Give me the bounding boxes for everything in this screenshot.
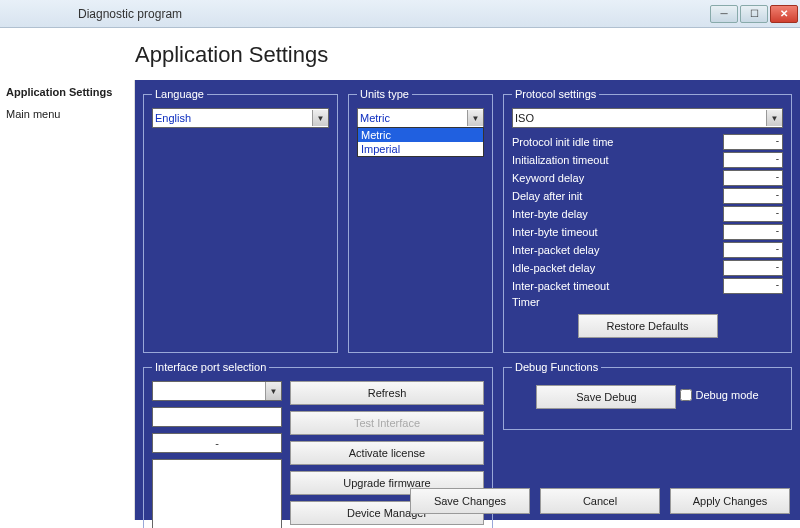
protocol-row: Protocol init idle time-	[512, 134, 783, 150]
minimize-button[interactable]: ─	[710, 5, 738, 23]
units-value: Metric	[360, 112, 390, 124]
bottom-buttons: Save Changes Cancel Apply Changes	[410, 488, 790, 514]
protocol-row-label: Inter-packet delay	[512, 244, 723, 256]
restore-defaults-button[interactable]: Restore Defaults	[578, 314, 718, 338]
protocol-row-label: Keyword delay	[512, 172, 723, 184]
port-select[interactable]: ▼	[152, 381, 282, 401]
protocol-row-label: Protocol init idle time	[512, 136, 723, 148]
debug-mode-checkbox[interactable]: Debug mode	[680, 389, 759, 401]
units-dropdown-list: Metric Imperial	[357, 127, 484, 157]
activate-license-button[interactable]: Activate license	[290, 441, 484, 465]
units-option-metric[interactable]: Metric	[358, 128, 483, 142]
protocol-row: Initialization timeout-	[512, 152, 783, 168]
protocol-row-value[interactable]: -	[723, 224, 783, 240]
protocol-row-value[interactable]: -	[723, 134, 783, 150]
cancel-button[interactable]: Cancel	[540, 488, 660, 514]
sidebar: Application Settings Main menu	[0, 80, 135, 520]
protocol-fieldset: Protocol settings ISO ▼ Protocol init id…	[503, 88, 792, 353]
protocol-row: Delay after init-	[512, 188, 783, 204]
protocol-row-value[interactable]: -	[723, 242, 783, 258]
sidebar-item-main-menu[interactable]: Main menu	[6, 106, 128, 122]
debug-mode-input[interactable]	[680, 389, 692, 401]
chevron-down-icon: ▼	[467, 110, 483, 126]
maximize-button[interactable]: ☐	[740, 5, 768, 23]
protocol-row-label: Idle-packet delay	[512, 262, 723, 274]
protocol-row-value[interactable]: -	[723, 188, 783, 204]
units-option-imperial[interactable]: Imperial	[358, 142, 483, 156]
protocol-row-value[interactable]: -	[723, 260, 783, 276]
protocol-row-label: Delay after init	[512, 190, 723, 202]
interface-legend: Interface port selection	[152, 361, 269, 373]
protocol-rows: Protocol init idle time-Initialization t…	[512, 134, 783, 308]
language-legend: Language	[152, 88, 207, 100]
refresh-button[interactable]: Refresh	[290, 381, 484, 405]
apply-changes-button[interactable]: Apply Changes	[670, 488, 790, 514]
protocol-legend: Protocol settings	[512, 88, 599, 100]
chevron-down-icon: ▼	[766, 110, 782, 126]
protocol-row: Idle-packet delay-	[512, 260, 783, 276]
language-select[interactable]: English ▼	[152, 108, 329, 128]
protocol-row-value[interactable]: -	[723, 278, 783, 294]
protocol-value: ISO	[515, 112, 534, 124]
protocol-row: Keyword delay-	[512, 170, 783, 186]
interface-field-2[interactable]	[152, 407, 282, 427]
protocol-row-label: Initialization timeout	[512, 154, 723, 166]
protocol-row: Inter-packet timeout-	[512, 278, 783, 294]
window-title: Diagnostic program	[8, 7, 182, 21]
protocol-row: Inter-packet delay-	[512, 242, 783, 258]
protocol-row: Inter-byte delay-	[512, 206, 783, 222]
debug-legend: Debug Functions	[512, 361, 601, 373]
test-interface-button[interactable]: Test Interface	[290, 411, 484, 435]
protocol-row-label: Inter-byte timeout	[512, 226, 723, 238]
chevron-down-icon: ▼	[265, 382, 281, 400]
save-debug-button[interactable]: Save Debug	[536, 385, 676, 409]
interface-field-3[interactable]: -	[152, 433, 282, 453]
protocol-row-label: Timer	[512, 296, 783, 308]
close-button[interactable]: ✕	[770, 5, 798, 23]
interface-listbox[interactable]	[152, 459, 282, 528]
protocol-row-label: Inter-byte delay	[512, 208, 723, 220]
units-fieldset: Units type Metric ▼ Metric Imperial	[348, 88, 493, 353]
page-title: Application Settings	[0, 28, 800, 80]
language-fieldset: Language English ▼	[143, 88, 338, 353]
debug-fieldset: Debug Functions Save Debug Debug mode	[503, 361, 792, 430]
protocol-row-value[interactable]: -	[723, 152, 783, 168]
units-select[interactable]: Metric ▼	[357, 108, 484, 128]
titlebar: Diagnostic program ─ ☐ ✕	[0, 0, 800, 28]
units-legend: Units type	[357, 88, 412, 100]
sidebar-item-app-settings[interactable]: Application Settings	[6, 84, 128, 100]
protocol-row: Inter-byte timeout-	[512, 224, 783, 240]
protocol-select[interactable]: ISO ▼	[512, 108, 783, 128]
language-value: English	[155, 112, 191, 124]
protocol-row-value[interactable]: -	[723, 206, 783, 222]
protocol-row-value[interactable]: -	[723, 170, 783, 186]
chevron-down-icon: ▼	[312, 110, 328, 126]
debug-mode-label: Debug mode	[696, 389, 759, 401]
save-changes-button[interactable]: Save Changes	[410, 488, 530, 514]
content-panel: Language English ▼ Units type Metric ▼ M…	[135, 80, 800, 520]
protocol-row: Timer	[512, 296, 783, 308]
protocol-row-label: Inter-packet timeout	[512, 280, 723, 292]
